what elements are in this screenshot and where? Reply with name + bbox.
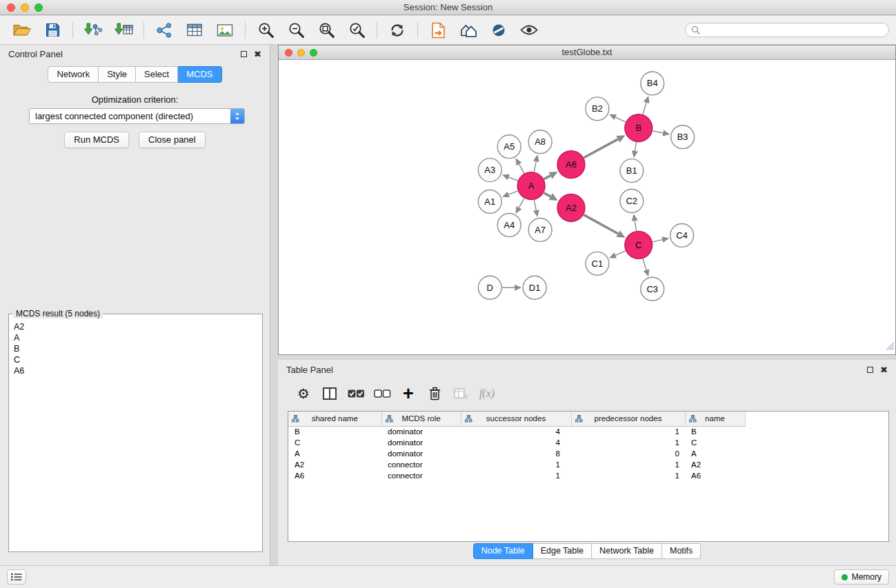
optimization-criterion-dropdown[interactable]: largest connected component (directed) (29, 108, 245, 124)
table-cell[interactable]: C (288, 437, 381, 448)
graph-edge-C-C3[interactable] (643, 258, 649, 276)
graphics-details-button[interactable] (484, 19, 514, 42)
minimize-network-button[interactable] (297, 49, 305, 57)
graph-node-A1[interactable]: A1 (478, 190, 501, 214)
minimize-window-button[interactable] (21, 3, 29, 12)
graph-node-B3[interactable]: B3 (671, 125, 695, 149)
run-mcds-button[interactable]: Run MCDS (64, 132, 129, 148)
table-cell[interactable]: 1 (461, 459, 571, 470)
graph-node-B1[interactable]: B1 (620, 159, 644, 183)
mcds-result-item[interactable]: B (14, 343, 257, 354)
table-cell[interactable]: 1 (571, 437, 685, 448)
graph-edge-A2-C[interactable] (584, 215, 625, 238)
tab-network[interactable]: Network (48, 66, 99, 83)
table-cell[interactable]: 4 (461, 426, 571, 437)
table-row[interactable]: A6connector11A6 (288, 470, 745, 481)
close-window-button[interactable] (7, 3, 15, 12)
table-cell[interactable]: A6 (685, 470, 745, 481)
table-cell[interactable]: 1 (571, 470, 685, 481)
graph-edge-A-A2[interactable] (544, 193, 557, 201)
table-cell[interactable]: 0 (571, 448, 685, 459)
column-header-name[interactable]: name (685, 412, 745, 426)
refresh-layout-button[interactable] (382, 19, 412, 42)
graph-edge-B-B2[interactable] (609, 114, 626, 122)
column-header-successor-nodes[interactable]: successor nodes (461, 412, 571, 426)
table-row[interactable]: A2connector11A2 (288, 459, 745, 470)
mcds-result-item[interactable]: C (14, 354, 257, 365)
table-cell[interactable]: connector (381, 470, 461, 481)
close-table-panel-icon[interactable]: ✖ (880, 365, 888, 374)
memory-button[interactable]: Memory (834, 569, 889, 585)
table-cell[interactable]: connector (381, 459, 461, 470)
tab-select[interactable]: Select (136, 66, 178, 83)
graph-node-A[interactable]: A (517, 172, 545, 200)
table-row[interactable]: Bdominator41B (288, 426, 745, 437)
table-row[interactable]: Cdominator41C (288, 437, 745, 448)
graph-edge-A-A1[interactable] (502, 191, 518, 197)
new-network-button[interactable] (149, 19, 179, 42)
table-cell[interactable]: A (288, 448, 381, 459)
table-cell[interactable]: dominator (381, 437, 461, 448)
tab-network-table[interactable]: Network Table (592, 543, 662, 559)
graph-edge-A-A3[interactable] (502, 174, 518, 181)
graph-edge-A-A4[interactable] (515, 199, 524, 214)
table-cell[interactable]: A6 (288, 470, 381, 481)
show-hide-panel-button[interactable] (514, 19, 544, 42)
deselect-all-button[interactable] (369, 382, 395, 405)
network-window-titlebar[interactable]: testGlobe.txt (279, 45, 895, 60)
table-cell[interactable]: A (685, 448, 745, 459)
graph-node-A3[interactable]: A3 (478, 159, 501, 182)
graph-edge-B-B1[interactable] (632, 142, 638, 157)
dropdown-stepper[interactable] (230, 109, 244, 123)
graph-node-A2[interactable]: A2 (557, 194, 585, 222)
table-settings-button[interactable]: ⚙ (290, 382, 317, 405)
select-all-button[interactable] (343, 382, 369, 405)
export-image-button[interactable] (210, 19, 240, 42)
graph-node-B2[interactable]: B2 (586, 97, 609, 121)
network-canvas[interactable]: B4B2BB3A8A5A6A3B1AC2A1A2A4A7C4CC1C3DD1 (279, 60, 895, 354)
tab-style[interactable]: Style (99, 66, 136, 83)
function-builder-button[interactable]: f(x) (474, 382, 500, 405)
task-history-button[interactable] (7, 569, 26, 585)
graph-edge-C-C2[interactable] (632, 214, 638, 230)
zoom-window-button[interactable] (34, 3, 43, 12)
delete-row-button[interactable] (421, 382, 448, 405)
resize-grip-icon[interactable] (886, 341, 895, 354)
mcds-result-item[interactable]: A (14, 332, 257, 343)
graph-edge-B-B4[interactable] (643, 96, 650, 114)
import-network-button[interactable] (78, 19, 108, 42)
tab-edge-table[interactable]: Edge Table (533, 543, 592, 559)
table-cell[interactable]: 1 (571, 426, 685, 437)
table-row[interactable]: Adominator80A (288, 448, 745, 459)
float-table-panel-icon[interactable] (867, 367, 873, 373)
tab-mcds[interactable]: MCDS (178, 66, 221, 83)
graph-edge-A6-B[interactable] (584, 135, 625, 157)
graph-node-C1[interactable]: C1 (586, 252, 609, 275)
zoom-in-button[interactable] (250, 19, 281, 42)
graph-node-B[interactable]: B (625, 114, 653, 142)
import-table-button[interactable] (108, 19, 139, 42)
graph-node-C3[interactable]: C3 (641, 277, 664, 301)
graph-edge-A-A5[interactable] (515, 158, 524, 173)
close-panel-button[interactable]: Close panel (139, 132, 206, 148)
mcds-result-item[interactable]: A2 (14, 321, 257, 332)
graph-edge-D-D1[interactable] (502, 285, 521, 291)
table-cell[interactable]: A2 (288, 459, 381, 470)
graph-node-A4[interactable]: A4 (497, 213, 521, 236)
open-session-button[interactable] (7, 19, 37, 42)
zoom-selected-button[interactable] (341, 19, 372, 42)
graph-node-C4[interactable]: C4 (670, 223, 694, 247)
table-cell[interactable]: 1 (461, 470, 571, 481)
table-cell[interactable]: C (685, 437, 745, 448)
graph-edge-A-A8[interactable] (533, 154, 539, 172)
graph-node-A8[interactable]: A8 (528, 130, 552, 154)
export-document-button[interactable] (423, 19, 453, 42)
save-session-button[interactable] (37, 19, 68, 42)
table-cell[interactable]: 8 (461, 448, 571, 459)
table-cell[interactable]: dominator (381, 426, 461, 437)
graph-node-B4[interactable]: B4 (641, 72, 664, 95)
graph-edge-C-C1[interactable] (609, 251, 625, 258)
column-header-predecessor-nodes[interactable]: predecessor nodes (571, 412, 685, 426)
graph-node-C2[interactable]: C2 (620, 190, 644, 213)
delete-table-button[interactable] (448, 382, 474, 405)
